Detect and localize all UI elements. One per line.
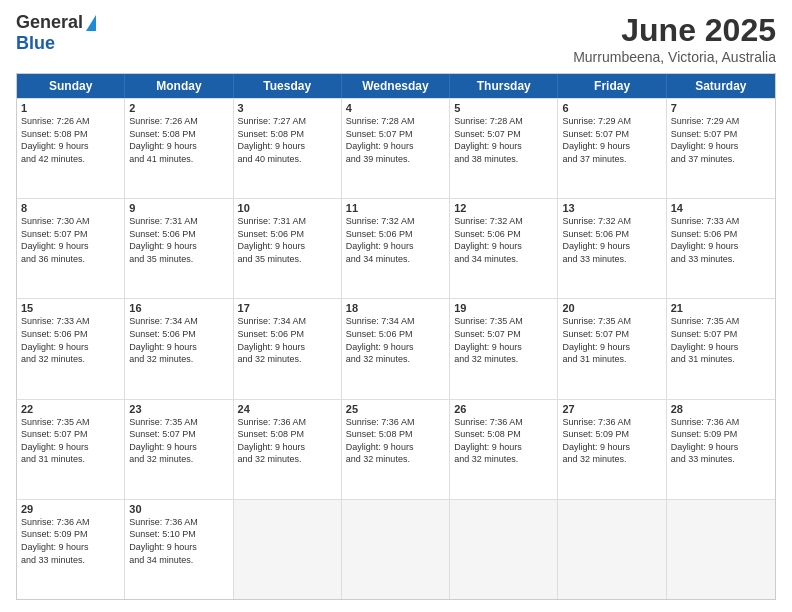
calendar-row-4: 22Sunrise: 7:35 AM Sunset: 5:07 PM Dayli… <box>17 399 775 499</box>
day-number: 19 <box>454 302 553 314</box>
header-wednesday: Wednesday <box>342 74 450 98</box>
calendar-cell: 27Sunrise: 7:36 AM Sunset: 5:09 PM Dayli… <box>558 400 666 499</box>
logo-general-text: General <box>16 12 83 33</box>
calendar-cell: 22Sunrise: 7:35 AM Sunset: 5:07 PM Dayli… <box>17 400 125 499</box>
page: General Blue June 2025 Murrumbeena, Vict… <box>0 0 792 612</box>
day-info: Sunrise: 7:29 AM Sunset: 5:07 PM Dayligh… <box>671 115 771 165</box>
day-number: 18 <box>346 302 445 314</box>
calendar-cell <box>558 500 666 599</box>
header-thursday: Thursday <box>450 74 558 98</box>
header-monday: Monday <box>125 74 233 98</box>
day-number: 11 <box>346 202 445 214</box>
day-info: Sunrise: 7:34 AM Sunset: 5:06 PM Dayligh… <box>238 315 337 365</box>
calendar-cell <box>667 500 775 599</box>
calendar-row-5: 29Sunrise: 7:36 AM Sunset: 5:09 PM Dayli… <box>17 499 775 599</box>
day-number: 13 <box>562 202 661 214</box>
day-info: Sunrise: 7:36 AM Sunset: 5:09 PM Dayligh… <box>21 516 120 566</box>
calendar-subtitle: Murrumbeena, Victoria, Australia <box>573 49 776 65</box>
calendar-cell: 14Sunrise: 7:33 AM Sunset: 5:06 PM Dayli… <box>667 199 775 298</box>
calendar-cell: 23Sunrise: 7:35 AM Sunset: 5:07 PM Dayli… <box>125 400 233 499</box>
day-info: Sunrise: 7:32 AM Sunset: 5:06 PM Dayligh… <box>562 215 661 265</box>
day-info: Sunrise: 7:35 AM Sunset: 5:07 PM Dayligh… <box>129 416 228 466</box>
calendar-cell: 10Sunrise: 7:31 AM Sunset: 5:06 PM Dayli… <box>234 199 342 298</box>
day-number: 9 <box>129 202 228 214</box>
day-info: Sunrise: 7:26 AM Sunset: 5:08 PM Dayligh… <box>21 115 120 165</box>
calendar-cell: 16Sunrise: 7:34 AM Sunset: 5:06 PM Dayli… <box>125 299 233 398</box>
day-info: Sunrise: 7:28 AM Sunset: 5:07 PM Dayligh… <box>454 115 553 165</box>
day-info: Sunrise: 7:30 AM Sunset: 5:07 PM Dayligh… <box>21 215 120 265</box>
day-number: 2 <box>129 102 228 114</box>
calendar-cell: 6Sunrise: 7:29 AM Sunset: 5:07 PM Daylig… <box>558 99 666 198</box>
calendar-cell: 5Sunrise: 7:28 AM Sunset: 5:07 PM Daylig… <box>450 99 558 198</box>
calendar-cell <box>342 500 450 599</box>
calendar-cell: 25Sunrise: 7:36 AM Sunset: 5:08 PM Dayli… <box>342 400 450 499</box>
calendar-cell: 19Sunrise: 7:35 AM Sunset: 5:07 PM Dayli… <box>450 299 558 398</box>
calendar-cell: 30Sunrise: 7:36 AM Sunset: 5:10 PM Dayli… <box>125 500 233 599</box>
calendar-title: June 2025 <box>573 12 776 49</box>
calendar-row-1: 1Sunrise: 7:26 AM Sunset: 5:08 PM Daylig… <box>17 98 775 198</box>
day-number: 6 <box>562 102 661 114</box>
calendar-cell: 9Sunrise: 7:31 AM Sunset: 5:06 PM Daylig… <box>125 199 233 298</box>
calendar-cell <box>450 500 558 599</box>
day-number: 20 <box>562 302 661 314</box>
day-number: 30 <box>129 503 228 515</box>
header: General Blue June 2025 Murrumbeena, Vict… <box>16 12 776 65</box>
day-info: Sunrise: 7:31 AM Sunset: 5:06 PM Dayligh… <box>238 215 337 265</box>
day-info: Sunrise: 7:35 AM Sunset: 5:07 PM Dayligh… <box>21 416 120 466</box>
day-info: Sunrise: 7:36 AM Sunset: 5:08 PM Dayligh… <box>346 416 445 466</box>
day-info: Sunrise: 7:29 AM Sunset: 5:07 PM Dayligh… <box>562 115 661 165</box>
calendar-cell: 26Sunrise: 7:36 AM Sunset: 5:08 PM Dayli… <box>450 400 558 499</box>
calendar-cell: 18Sunrise: 7:34 AM Sunset: 5:06 PM Dayli… <box>342 299 450 398</box>
calendar-cell: 1Sunrise: 7:26 AM Sunset: 5:08 PM Daylig… <box>17 99 125 198</box>
calendar-cell: 3Sunrise: 7:27 AM Sunset: 5:08 PM Daylig… <box>234 99 342 198</box>
day-info: Sunrise: 7:35 AM Sunset: 5:07 PM Dayligh… <box>454 315 553 365</box>
day-info: Sunrise: 7:35 AM Sunset: 5:07 PM Dayligh… <box>671 315 771 365</box>
day-number: 10 <box>238 202 337 214</box>
day-info: Sunrise: 7:36 AM Sunset: 5:09 PM Dayligh… <box>671 416 771 466</box>
day-info: Sunrise: 7:33 AM Sunset: 5:06 PM Dayligh… <box>21 315 120 365</box>
day-info: Sunrise: 7:28 AM Sunset: 5:07 PM Dayligh… <box>346 115 445 165</box>
calendar-cell: 7Sunrise: 7:29 AM Sunset: 5:07 PM Daylig… <box>667 99 775 198</box>
header-tuesday: Tuesday <box>234 74 342 98</box>
header-friday: Friday <box>558 74 666 98</box>
calendar-cell <box>234 500 342 599</box>
day-info: Sunrise: 7:35 AM Sunset: 5:07 PM Dayligh… <box>562 315 661 365</box>
calendar-cell: 13Sunrise: 7:32 AM Sunset: 5:06 PM Dayli… <box>558 199 666 298</box>
calendar-cell: 15Sunrise: 7:33 AM Sunset: 5:06 PM Dayli… <box>17 299 125 398</box>
logo: General Blue <box>16 12 96 54</box>
day-info: Sunrise: 7:36 AM Sunset: 5:09 PM Dayligh… <box>562 416 661 466</box>
calendar-cell: 20Sunrise: 7:35 AM Sunset: 5:07 PM Dayli… <box>558 299 666 398</box>
calendar-cell: 8Sunrise: 7:30 AM Sunset: 5:07 PM Daylig… <box>17 199 125 298</box>
day-number: 8 <box>21 202 120 214</box>
day-info: Sunrise: 7:32 AM Sunset: 5:06 PM Dayligh… <box>454 215 553 265</box>
calendar-cell: 17Sunrise: 7:34 AM Sunset: 5:06 PM Dayli… <box>234 299 342 398</box>
calendar-cell: 28Sunrise: 7:36 AM Sunset: 5:09 PM Dayli… <box>667 400 775 499</box>
calendar-cell: 24Sunrise: 7:36 AM Sunset: 5:08 PM Dayli… <box>234 400 342 499</box>
calendar-header: Sunday Monday Tuesday Wednesday Thursday… <box>17 74 775 98</box>
day-number: 17 <box>238 302 337 314</box>
day-number: 28 <box>671 403 771 415</box>
day-info: Sunrise: 7:34 AM Sunset: 5:06 PM Dayligh… <box>346 315 445 365</box>
day-number: 26 <box>454 403 553 415</box>
day-number: 4 <box>346 102 445 114</box>
calendar-row-3: 15Sunrise: 7:33 AM Sunset: 5:06 PM Dayli… <box>17 298 775 398</box>
day-info: Sunrise: 7:36 AM Sunset: 5:10 PM Dayligh… <box>129 516 228 566</box>
day-number: 7 <box>671 102 771 114</box>
day-number: 24 <box>238 403 337 415</box>
title-block: June 2025 Murrumbeena, Victoria, Austral… <box>573 12 776 65</box>
day-number: 12 <box>454 202 553 214</box>
calendar-row-2: 8Sunrise: 7:30 AM Sunset: 5:07 PM Daylig… <box>17 198 775 298</box>
day-number: 25 <box>346 403 445 415</box>
day-number: 3 <box>238 102 337 114</box>
calendar-cell: 12Sunrise: 7:32 AM Sunset: 5:06 PM Dayli… <box>450 199 558 298</box>
day-number: 5 <box>454 102 553 114</box>
day-info: Sunrise: 7:26 AM Sunset: 5:08 PM Dayligh… <box>129 115 228 165</box>
day-info: Sunrise: 7:31 AM Sunset: 5:06 PM Dayligh… <box>129 215 228 265</box>
day-number: 21 <box>671 302 771 314</box>
day-number: 1 <box>21 102 120 114</box>
day-number: 27 <box>562 403 661 415</box>
calendar-body: 1Sunrise: 7:26 AM Sunset: 5:08 PM Daylig… <box>17 98 775 599</box>
logo-blue-text: Blue <box>16 33 55 53</box>
day-number: 15 <box>21 302 120 314</box>
header-saturday: Saturday <box>667 74 775 98</box>
